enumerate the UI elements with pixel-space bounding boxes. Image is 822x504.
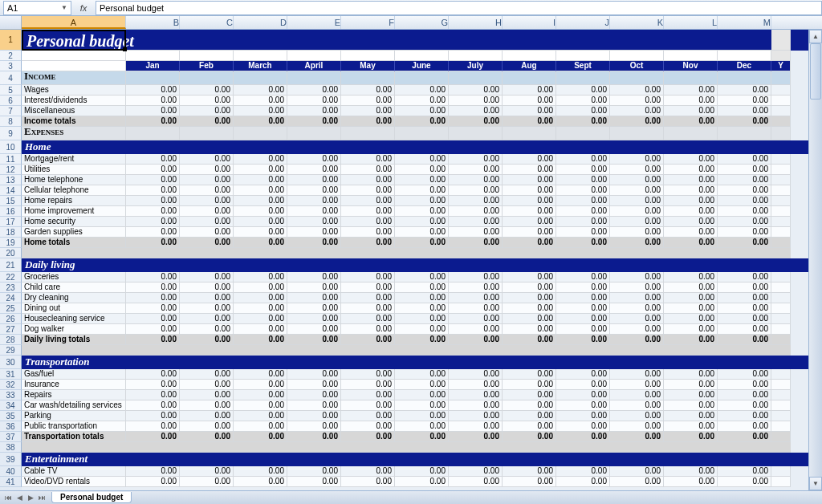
value-cell[interactable]: 0.00 (234, 185, 287, 196)
value-cell[interactable]: 0.00 (718, 185, 771, 196)
value-cell[interactable]: 0.00 (341, 380, 395, 390)
month-header[interactable]: Dec (718, 61, 771, 71)
value-cell[interactable]: 0.00 (556, 185, 610, 196)
value-cell[interactable]: 0.00 (449, 466, 503, 477)
value-cell[interactable]: 0.00 (503, 85, 556, 96)
row-label[interactable]: Repairs (22, 390, 126, 400)
value-cell[interactable]: 0.00 (180, 206, 234, 217)
value-cell[interactable]: 0.00 (234, 335, 287, 345)
overflow-cell[interactable] (771, 196, 791, 206)
value-cell[interactable]: 0.00 (556, 421, 610, 432)
value-cell[interactable]: 0.00 (234, 380, 287, 390)
blank-cell[interactable] (287, 442, 341, 453)
value-cell[interactable]: 0.00 (341, 206, 395, 217)
value-cell[interactable]: 0.00 (126, 106, 180, 116)
month-header[interactable]: Oct (610, 61, 664, 71)
value-cell[interactable]: 0.00 (449, 411, 503, 421)
expenses-header-cell[interactable] (234, 127, 287, 140)
value-cell[interactable]: 0.00 (718, 227, 771, 238)
value-cell[interactable]: 0.00 (180, 432, 234, 442)
value-cell[interactable]: 0.00 (341, 421, 395, 432)
row-header-33[interactable]: 33 (0, 390, 22, 400)
blank-cell[interactable] (395, 442, 449, 453)
value-cell[interactable]: 0.00 (234, 272, 287, 282)
blank-cell[interactable] (664, 442, 718, 453)
value-cell[interactable]: 0.00 (180, 411, 234, 421)
value-cell[interactable]: 0.00 (234, 432, 287, 442)
value-cell[interactable]: 0.00 (234, 293, 287, 303)
expenses-header-cell[interactable] (341, 127, 395, 140)
value-cell[interactable]: 0.00 (503, 185, 556, 196)
category-header-cell[interactable] (234, 453, 287, 466)
row-label[interactable]: Interest/dividends (22, 96, 126, 106)
category-header-cell[interactable] (718, 140, 771, 154)
category-header-cell[interactable] (180, 140, 234, 154)
blank-cell[interactable] (180, 248, 234, 258)
value-cell[interactable]: 0.00 (126, 272, 180, 282)
value-cell[interactable]: 0.00 (556, 227, 610, 238)
value-cell[interactable]: 0.00 (503, 303, 556, 314)
name-box-dropdown-icon[interactable]: ▼ (61, 4, 67, 11)
value-cell[interactable]: 0.00 (180, 272, 234, 282)
row-header-31[interactable]: 31 (0, 369, 22, 380)
blank-cell[interactable] (664, 248, 718, 258)
overflow-cell[interactable] (771, 400, 791, 411)
value-cell[interactable]: 0.00 (449, 85, 503, 96)
overflow-cell[interactable] (771, 206, 791, 217)
value-cell[interactable]: 0.00 (718, 432, 771, 442)
value-cell[interactable]: 0.00 (126, 116, 180, 127)
value-cell[interactable]: 0.00 (610, 466, 664, 477)
overflow-cell[interactable] (771, 71, 791, 85)
category-header-cell[interactable] (180, 258, 234, 272)
blank-cell[interactable] (22, 442, 126, 453)
value-cell[interactable]: 0.00 (395, 175, 449, 185)
category-header-cell[interactable] (126, 258, 180, 272)
value-cell[interactable]: 0.00 (449, 217, 503, 227)
row-header-28[interactable]: 28 (0, 335, 22, 345)
value-cell[interactable]: 0.00 (126, 175, 180, 185)
value-cell[interactable]: 0.00 (718, 272, 771, 282)
value-cell[interactable]: 0.00 (556, 106, 610, 116)
month-header[interactable]: July (449, 61, 503, 71)
value-cell[interactable]: 0.00 (664, 390, 718, 400)
value-cell[interactable]: 0.00 (664, 369, 718, 380)
row-header-18[interactable]: 18 (0, 227, 22, 238)
row-label[interactable]: Garden supplies (22, 227, 126, 238)
value-cell[interactable]: 0.00 (556, 369, 610, 380)
value-cell[interactable]: 0.00 (556, 206, 610, 217)
category-header-cell[interactable] (126, 453, 180, 466)
value-cell[interactable]: 0.00 (287, 116, 341, 127)
value-cell[interactable]: 0.00 (556, 335, 610, 345)
value-cell[interactable]: 0.00 (341, 106, 395, 116)
value-cell[interactable]: 0.00 (126, 335, 180, 345)
value-cell[interactable]: 0.00 (503, 477, 556, 487)
value-cell[interactable]: 0.00 (503, 238, 556, 248)
month-header[interactable]: Sept (556, 61, 610, 71)
category-header-cell[interactable] (664, 140, 718, 154)
row-label[interactable]: Cable TV (22, 466, 126, 477)
sheet-last-icon[interactable]: ⏭ (36, 494, 47, 502)
blank-cell[interactable] (718, 442, 771, 453)
value-cell[interactable]: 0.00 (449, 369, 503, 380)
value-cell[interactable]: 0.00 (180, 293, 234, 303)
row-header-6[interactable]: 6 (0, 96, 22, 106)
value-cell[interactable]: 0.00 (234, 196, 287, 206)
value-cell[interactable]: 0.00 (341, 314, 395, 324)
category-header-cell[interactable] (610, 258, 664, 272)
value-cell[interactable]: 0.00 (664, 165, 718, 175)
value-cell[interactable]: 0.00 (664, 314, 718, 324)
expenses-header-cell[interactable] (126, 127, 180, 140)
col-header-G[interactable]: G (395, 16, 449, 29)
value-cell[interactable]: 0.00 (341, 217, 395, 227)
value-cell[interactable]: 0.00 (556, 272, 610, 282)
value-cell[interactable]: 0.00 (234, 106, 287, 116)
value-cell[interactable]: 0.00 (341, 324, 395, 335)
value-cell[interactable]: 0.00 (449, 165, 503, 175)
value-cell[interactable]: 0.00 (556, 293, 610, 303)
value-cell[interactable]: 0.00 (180, 303, 234, 314)
value-cell[interactable]: 0.00 (449, 227, 503, 238)
row-header-34[interactable]: 34 (0, 400, 22, 411)
category-header-cell[interactable] (556, 453, 610, 466)
blank-cell[interactable] (664, 51, 718, 61)
col-header-H[interactable]: H (449, 16, 503, 29)
